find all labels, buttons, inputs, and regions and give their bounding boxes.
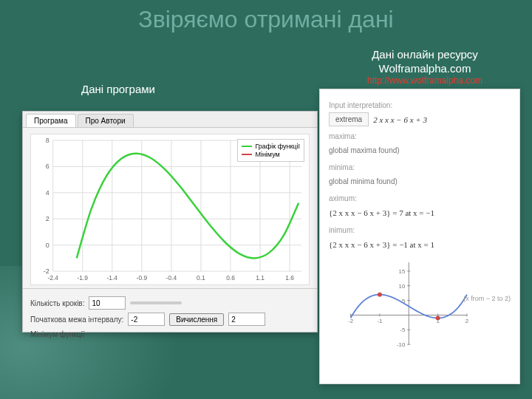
- svg-text:0.6: 0.6: [226, 274, 235, 282]
- end-input[interactable]: [228, 313, 265, 326]
- svg-text:-2: -2: [348, 318, 353, 324]
- wolfram-url: http://www.wolframalpha.com: [332, 75, 517, 86]
- svg-text:1.6: 1.6: [285, 274, 294, 282]
- svg-text:2: 2: [46, 215, 50, 222]
- svg-text:8: 8: [46, 137, 50, 144]
- local-maximum-value: {2 x x x − 6 x + 3} = 7 at x = −1: [329, 205, 511, 222]
- svg-text:-5: -5: [400, 327, 406, 333]
- steps-slider[interactable]: [130, 301, 182, 304]
- local-maximum-header: aximum:: [329, 194, 511, 202]
- tab-program[interactable]: Програма: [26, 114, 76, 127]
- svg-text:15: 15: [399, 268, 406, 275]
- svg-text:10: 10: [399, 283, 406, 290]
- svg-text:-1: -1: [377, 318, 382, 324]
- input-interpretation-header: Input interpretation:: [329, 101, 511, 109]
- steps-label: Кількість кроків:: [30, 299, 84, 307]
- controls-panel: Кількість кроків: Початкова межа інтерва…: [23, 288, 317, 346]
- svg-text:6: 6: [46, 163, 50, 170]
- extrema-chip: extrema: [329, 112, 369, 126]
- program-window: Програма Про Автори -202468-2.4-1.9-1.4-…: [22, 111, 318, 332]
- tab-about[interactable]: Про Автори: [78, 114, 134, 127]
- plot-legend: Графік функції Мінімум: [237, 139, 304, 162]
- right-caption-2: Wolframalpha.com: [344, 62, 506, 75]
- left-caption: Дані програми: [81, 83, 155, 95]
- program-plot: -202468-2.4-1.9-1.4-0.9-0.40.10.61.11.6 …: [30, 134, 310, 285]
- svg-text:-1.4: -1.4: [107, 274, 118, 282]
- svg-text:-0.4: -0.4: [166, 274, 177, 282]
- svg-text:0: 0: [46, 242, 50, 249]
- svg-text:1.1: 1.1: [256, 274, 265, 282]
- local-minimum-header: inimum:: [329, 226, 511, 234]
- svg-point-50: [378, 293, 382, 297]
- right-caption-1: Дані онлайн ресурсу: [344, 48, 506, 61]
- global-maxima-header: maxima:: [329, 132, 511, 140]
- svg-text:4: 4: [46, 189, 50, 197]
- svg-text:-10: -10: [397, 341, 406, 348]
- wolfram-panel: Input interpretation: extrema 2 x x x − …: [319, 89, 520, 384]
- calc-button[interactable]: Вичислення: [169, 313, 224, 326]
- legend-curve-label: Графік функції: [255, 143, 300, 150]
- input-expression: 2 x x x − 6 x + 3: [373, 115, 427, 124]
- start-label: Початкова межа інтервалу:: [30, 316, 123, 324]
- svg-text:-2.4: -2.4: [47, 274, 58, 282]
- result-label: Мінімум функції: [30, 330, 85, 338]
- svg-text:2: 2: [466, 318, 468, 324]
- svg-text:0.1: 0.1: [197, 274, 205, 282]
- wolfram-plot: -10-551015-2-112 (x from − 2 to 2): [329, 258, 511, 354]
- steps-input[interactable]: [89, 296, 126, 310]
- wolfram-plot-caption: (x from − 2 to 2): [463, 295, 511, 302]
- start-input[interactable]: [128, 313, 165, 326]
- legend-min-label: Мінімум: [255, 151, 279, 158]
- global-maxima-text: global maxima found): [329, 143, 511, 159]
- svg-text:-1.9: -1.9: [77, 274, 88, 282]
- global-minima-header: minima:: [329, 163, 511, 171]
- slide-title: Звіряємо отримані дані: [0, 6, 532, 33]
- svg-text:-0.9: -0.9: [137, 274, 148, 282]
- tab-bar: Програма Про Автори: [23, 112, 317, 128]
- svg-point-51: [436, 316, 440, 320]
- global-minima-text: global minima found): [329, 174, 511, 190]
- local-minimum-value: {2 x x x − 6 x + 3} = −1 at x = 1: [329, 237, 511, 253]
